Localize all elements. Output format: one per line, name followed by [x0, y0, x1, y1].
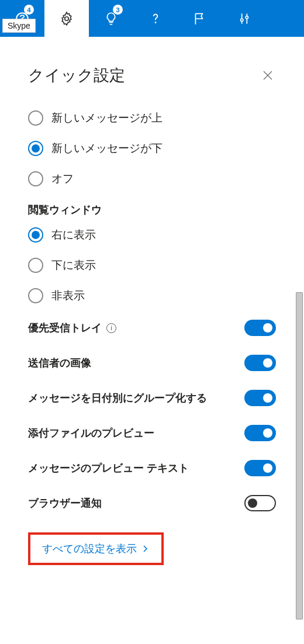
reading-pane-group: 右に表示 下に表示 非表示 — [28, 227, 276, 303]
toggle-label: ブラウザー通知 — [28, 496, 102, 510]
message-order-group: 新しいメッセージが上 新しいメッセージが下 オフ — [28, 110, 276, 186]
help-button[interactable] — [133, 0, 178, 37]
row-sender-image: 送信者の画像 — [28, 355, 276, 371]
radio-label: オフ — [51, 171, 74, 186]
radio-off[interactable]: オフ — [28, 171, 276, 186]
link-text: すべての設定を表示 — [42, 542, 137, 556]
radio-pane-right[interactable]: 右に表示 — [28, 227, 276, 243]
radio-icon — [28, 227, 43, 243]
row-group-by-date: メッセージを日付別にグループ化する — [28, 390, 276, 406]
toggle-label: メッセージを日付別にグループ化する — [28, 391, 207, 405]
row-message-preview: メッセージのプレビュー テキスト — [28, 460, 276, 476]
label-text: 優先受信トレイ — [28, 321, 102, 335]
toggle-label: メッセージのプレビュー テキスト — [28, 461, 189, 475]
skype-badge: 4 — [24, 5, 34, 15]
row-focused-inbox: 優先受信トレイ i — [28, 320, 276, 336]
skype-tooltip: Skype — [2, 19, 36, 33]
radio-icon — [28, 171, 43, 186]
svg-point-2 — [155, 22, 156, 23]
radio-icon — [28, 141, 43, 156]
toggle-browser-notifications[interactable] — [244, 495, 276, 511]
toggle-message-preview[interactable] — [244, 460, 276, 476]
toggle-group-by-date[interactable] — [244, 390, 276, 406]
radio-icon — [28, 110, 43, 126]
skype-button[interactable]: 4 Skype — [0, 0, 44, 37]
reading-pane-heading: 閲覧ウィンドウ — [28, 203, 276, 217]
radio-icon — [28, 288, 43, 303]
toggle-sender-image[interactable] — [244, 355, 276, 371]
tips-button[interactable]: 3 — [89, 0, 133, 37]
app-toolbar: 4 Skype 3 — [0, 0, 304, 37]
toggle-label: 添付ファイルのプレビュー — [28, 426, 154, 440]
toggle-label: 優先受信トレイ i — [28, 321, 116, 335]
radio-label: 新しいメッセージが下 — [51, 141, 163, 156]
panel-title: クイック設定 — [28, 65, 125, 86]
scrollbar-thumb[interactable] — [296, 292, 303, 619]
panel-header: クイック設定 — [28, 65, 276, 86]
radio-icon — [28, 258, 43, 273]
settings-button[interactable] — [44, 0, 89, 37]
feedback-button[interactable] — [178, 0, 222, 37]
customize-button[interactable] — [222, 0, 267, 37]
svg-point-1 — [65, 16, 69, 20]
radio-label: 非表示 — [51, 288, 85, 303]
row-attachment-preview: 添付ファイルのプレビュー — [28, 425, 276, 441]
quick-settings-panel: クイック設定 新しいメッセージが上 新しいメッセージが下 オフ 閲覧ウィンドウ … — [0, 37, 304, 565]
close-button[interactable] — [260, 67, 276, 84]
radio-label: 右に表示 — [51, 227, 96, 243]
toggle-attachment-preview[interactable] — [244, 425, 276, 441]
view-all-settings-link[interactable]: すべての設定を表示 — [28, 532, 164, 565]
radio-label: 新しいメッセージが上 — [51, 110, 163, 126]
toggle-focused-inbox[interactable] — [244, 320, 276, 336]
toggle-label: 送信者の画像 — [28, 356, 91, 370]
radio-label: 下に表示 — [51, 258, 96, 273]
tips-badge: 3 — [113, 5, 123, 15]
chevron-right-icon — [141, 545, 150, 553]
radio-newest-bottom[interactable]: 新しいメッセージが下 — [28, 141, 276, 156]
row-browser-notifications: ブラウザー通知 — [28, 495, 276, 511]
info-icon[interactable]: i — [106, 323, 116, 333]
radio-newest-top[interactable]: 新しいメッセージが上 — [28, 110, 276, 126]
close-icon — [262, 70, 274, 81]
radio-pane-hidden[interactable]: 非表示 — [28, 288, 276, 303]
radio-pane-bottom[interactable]: 下に表示 — [28, 258, 276, 273]
